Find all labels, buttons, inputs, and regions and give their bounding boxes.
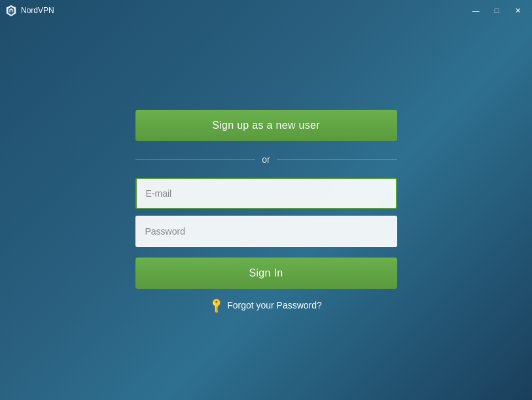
- key-icon: 🔑: [207, 296, 226, 314]
- divider-line-right: [277, 159, 397, 159]
- forgot-password-button[interactable]: 🔑 Forgot your Password?: [210, 299, 322, 312]
- main-content: Sign up as a new user or Sign In 🔑 Forgo…: [0, 21, 532, 400]
- divider-text: or: [262, 154, 270, 165]
- title-bar: NordVPN — □ ✕: [0, 0, 532, 21]
- login-form-container: Sign up as a new user or Sign In 🔑 Forgo…: [135, 110, 397, 312]
- maximize-button[interactable]: □: [488, 4, 506, 17]
- signup-button[interactable]: Sign up as a new user: [135, 110, 397, 141]
- close-button[interactable]: ✕: [508, 4, 527, 17]
- signin-button[interactable]: Sign In: [135, 258, 397, 289]
- divider-line-left: [135, 159, 256, 159]
- nordvpn-logo-icon: [5, 5, 17, 16]
- app-title: NordVPN: [21, 6, 54, 15]
- title-bar-left: NordVPN: [5, 5, 54, 16]
- minimize-button[interactable]: —: [467, 4, 485, 17]
- app-window: NordVPN — □ ✕ Sign up as a new user or S…: [0, 0, 532, 400]
- password-input[interactable]: [135, 216, 397, 247]
- forgot-password-label: Forgot your Password?: [227, 300, 322, 310]
- title-bar-controls: — □ ✕: [467, 4, 527, 17]
- divider: or: [135, 154, 397, 165]
- email-input[interactable]: [135, 178, 397, 209]
